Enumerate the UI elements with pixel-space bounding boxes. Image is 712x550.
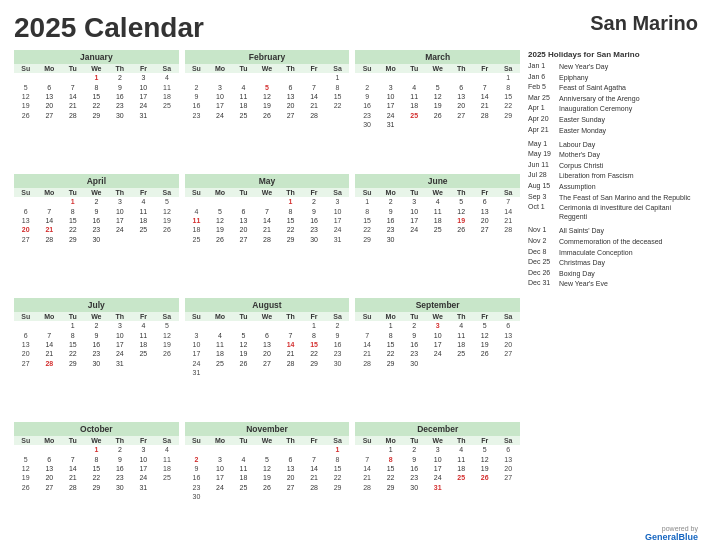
day-cell: 22 <box>61 349 85 358</box>
month-calendar-april: AprilSuMoTuWeThFrSa123456789101112131415… <box>14 174 179 294</box>
calendar-row: OctoberSuMoTuWeThFrSa1234567891011121314… <box>14 422 520 542</box>
month-header: September <box>355 298 520 312</box>
day-cell: 18 <box>155 92 179 101</box>
day-cell: 20 <box>449 101 473 110</box>
holiday-entry: Dec 25Christmas Day <box>528 258 698 267</box>
day-headers: SuMoTuWeThFrSa <box>355 188 520 197</box>
day-cell: 25 <box>155 101 179 110</box>
day-cell: 29 <box>61 235 85 244</box>
day-cell: 7 <box>255 206 279 215</box>
day-cell: 31 <box>379 120 403 129</box>
day-cell-empty <box>255 197 279 206</box>
day-cell: 8 <box>302 330 326 339</box>
day-cell: 6 <box>279 454 303 463</box>
day-cell: 4 <box>185 206 209 215</box>
day-cell: 23 <box>108 101 132 110</box>
day-header: Su <box>185 64 209 73</box>
day-cell: 24 <box>402 225 426 234</box>
day-cell: 16 <box>402 340 426 349</box>
day-headers: SuMoTuWeThFrSa <box>355 312 520 321</box>
day-cell: 31 <box>132 111 156 120</box>
day-cell-empty <box>355 321 379 330</box>
day-cell: 25 <box>132 225 156 234</box>
day-cell: 13 <box>496 330 520 339</box>
day-cell: 21 <box>38 349 62 358</box>
days-grid: 1234567891011121314151617181920212223242… <box>185 445 350 501</box>
day-cell: 5 <box>232 330 256 339</box>
day-cell: 5 <box>473 321 497 330</box>
day-cell: 5 <box>14 82 38 91</box>
day-cell: 18 <box>449 464 473 473</box>
day-cell: 27 <box>279 483 303 492</box>
month-header: January <box>14 50 179 64</box>
day-cell: 29 <box>85 111 109 120</box>
day-cell: 20 <box>496 340 520 349</box>
day-cell-empty <box>255 73 279 82</box>
calendars-section: JanuarySuMoTuWeThFrSa1234567891011121314… <box>14 50 520 542</box>
day-cell-empty <box>279 445 303 454</box>
day-cell: 7 <box>496 197 520 206</box>
day-cell: 28 <box>61 483 85 492</box>
day-header: Tu <box>61 436 85 445</box>
day-cell: 30 <box>302 235 326 244</box>
day-cell: 6 <box>38 454 62 463</box>
holiday-entry: Nov 1All Saints' Day <box>528 226 698 235</box>
day-cell: 15 <box>61 340 85 349</box>
day-cell: 7 <box>355 330 379 339</box>
days-grid: 1234567891011121314151617181920212223242… <box>355 445 520 492</box>
day-cell: 15 <box>279 216 303 225</box>
day-cell: 5 <box>449 197 473 206</box>
calendar-row: JulySuMoTuWeThFrSa1234567891011121314151… <box>14 298 520 418</box>
day-cell: 28 <box>473 111 497 120</box>
day-cell: 17 <box>108 340 132 349</box>
day-header: Mo <box>208 188 232 197</box>
day-cell: 4 <box>132 321 156 330</box>
days-grid: 1234567891011121314151617181920212223242… <box>14 197 179 244</box>
day-cell: 17 <box>208 101 232 110</box>
month-header: July <box>14 298 179 312</box>
calendar-row: AprilSuMoTuWeThFrSa123456789101112131415… <box>14 174 520 294</box>
day-cell: 19 <box>255 101 279 110</box>
holiday-name: Easter Sunday <box>559 115 605 124</box>
day-cell: 23 <box>355 111 379 120</box>
day-headers: SuMoTuWeThFrSa <box>185 64 350 73</box>
month-calendar-august: AugustSuMoTuWeThFrSa12345678910111213141… <box>185 298 350 418</box>
day-cell: 1 <box>355 197 379 206</box>
holiday-name: Liberation from Fascism <box>559 171 634 180</box>
day-cell: 2 <box>302 197 326 206</box>
day-cell: 10 <box>426 330 450 339</box>
holiday-name: Corpus Christi <box>559 161 603 170</box>
day-header: Th <box>449 188 473 197</box>
day-cell: 12 <box>255 92 279 101</box>
day-header: Su <box>185 188 209 197</box>
day-cell: 3 <box>426 445 450 454</box>
day-cell: 27 <box>38 111 62 120</box>
day-cell: 4 <box>449 445 473 454</box>
day-cell-empty <box>185 197 209 206</box>
holiday-date: Dec 25 <box>528 258 556 267</box>
day-header: Sa <box>326 312 350 321</box>
days-grid: 1234567891011121314151617181920212223242… <box>185 197 350 244</box>
day-cell: 26 <box>14 483 38 492</box>
day-header: We <box>255 436 279 445</box>
day-cell: 4 <box>132 197 156 206</box>
day-cell-empty <box>302 445 326 454</box>
day-cell: 5 <box>208 206 232 215</box>
holiday-entry: Apr 20Easter Sunday <box>528 115 698 124</box>
holiday-entry: Dec 8Immaculate Conception <box>528 248 698 257</box>
day-header: Th <box>108 64 132 73</box>
day-cell: 22 <box>379 349 403 358</box>
month-calendar-march: MarchSuMoTuWeThFrSa123456789101112131415… <box>355 50 520 170</box>
day-cell: 11 <box>402 92 426 101</box>
day-cell: 31 <box>108 359 132 368</box>
day-cell: 17 <box>426 464 450 473</box>
day-cell: 11 <box>449 454 473 463</box>
day-headers: SuMoTuWeThFrSa <box>14 312 179 321</box>
day-cell: 12 <box>208 216 232 225</box>
day-cell: 8 <box>61 330 85 339</box>
day-cell: 23 <box>402 473 426 482</box>
day-cell: 23 <box>185 111 209 120</box>
day-cell: 18 <box>232 473 256 482</box>
day-cell: 28 <box>355 483 379 492</box>
day-cell-empty <box>185 321 209 330</box>
